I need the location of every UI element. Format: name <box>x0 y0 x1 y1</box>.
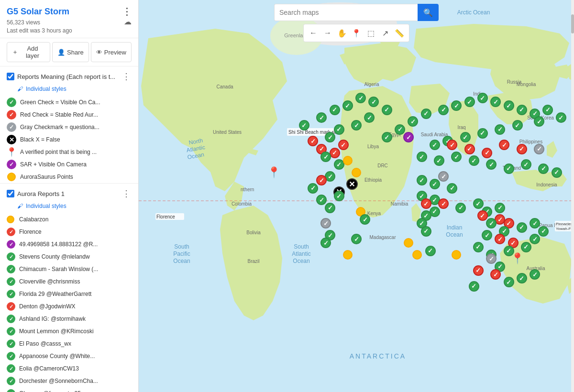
measure-tool-button[interactable]: 📏 <box>393 26 406 40</box>
map-marker[interactable]: ✓ <box>421 226 431 237</box>
map-marker[interactable]: ✓ <box>486 159 497 170</box>
layer2-style[interactable]: 🖌 Individual styles <box>0 202 138 213</box>
map-marker[interactable]: ✓ <box>430 179 440 189</box>
list-item[interactable]: ✓ Florence <box>0 226 138 238</box>
map-marker[interactable]: ✓ <box>517 144 527 154</box>
map-marker[interactable]: ✓ <box>460 132 471 142</box>
map-marker[interactable]: ✓ <box>486 253 497 264</box>
map-marker[interactable]: ✓ <box>495 203 505 213</box>
map-marker[interactable]: ✓ <box>382 105 392 115</box>
map-marker[interactable] <box>412 250 422 260</box>
add-layer-button[interactable]: ＋ Add layer <box>7 42 50 62</box>
map-marker[interactable]: ✓ <box>368 97 379 107</box>
map-marker[interactable]: ✓ <box>530 234 540 244</box>
list-item[interactable]: ✓ Chimacum - Sarah Winslow (... <box>0 263 138 275</box>
map-marker[interactable]: ✓ <box>490 269 501 280</box>
map-marker[interactable]: ✓ <box>469 281 479 292</box>
map-marker[interactable]: ✓ <box>417 152 427 162</box>
map-marker[interactable]: 📍 <box>267 166 280 179</box>
map-marker[interactable]: ✓ <box>316 112 327 123</box>
map-marker[interactable]: ✓ <box>517 105 527 115</box>
map-marker[interactable] <box>452 250 461 260</box>
map-marker[interactable] <box>343 250 353 260</box>
pin-tool-button[interactable]: 📍 <box>350 26 363 40</box>
map-marker[interactable]: ✓ <box>325 203 335 213</box>
map-marker[interactable]: ✓ <box>360 214 370 225</box>
map-marker[interactable]: ✓ <box>325 132 335 142</box>
map-marker[interactable]: ✓ <box>486 218 497 229</box>
map-marker[interactable]: ✓ <box>521 159 531 170</box>
map-marker[interactable]: ✓ <box>320 238 331 248</box>
hand-tool-button[interactable]: ✋ <box>335 26 349 40</box>
map-marker[interactable] <box>343 156 353 165</box>
map-marker[interactable]: ✓ <box>477 93 488 103</box>
map-marker[interactable]: ✓ <box>320 218 331 229</box>
map-marker[interactable]: ✓ <box>495 234 505 244</box>
back-button[interactable]: ← <box>307 26 320 40</box>
map-marker[interactable]: ✓ <box>517 222 527 233</box>
map-marker[interactable]: ✓ <box>425 246 436 256</box>
map-marker[interactable]: ✓ <box>482 230 492 240</box>
map-marker[interactable]: ✓ <box>499 140 509 150</box>
list-item[interactable]: ✓ Ashland IG: @stormihawk <box>0 313 138 325</box>
map-marker[interactable]: ✓ <box>517 273 527 283</box>
map-marker[interactable]: ✓ <box>355 93 366 103</box>
map-marker[interactable]: ✓ <box>351 120 362 131</box>
list-item[interactable]: ✓ Dorchester @SonnebornCha... <box>0 375 138 387</box>
sidebar-menu-icon[interactable]: ⋮ <box>122 6 132 17</box>
map-marker[interactable]: ✓ <box>408 116 418 127</box>
list-item[interactable]: ✓ Denton @JgodwinWX <box>0 300 138 313</box>
map-marker[interactable]: ✓ <box>512 120 523 131</box>
select-tool-button[interactable]: ⬚ <box>364 26 377 40</box>
map-marker[interactable]: ✓ <box>308 183 318 194</box>
map-marker[interactable]: ✓ <box>403 132 414 142</box>
map-marker[interactable]: ✓ <box>451 100 462 111</box>
map-marker[interactable]: ✓ <box>382 132 392 142</box>
map-marker[interactable]: ✓ <box>351 234 362 244</box>
map-marker[interactable]: ✓ <box>434 155 444 166</box>
map-marker[interactable]: ✓ <box>464 97 475 107</box>
map-marker[interactable]: ✓ <box>421 109 431 119</box>
map-marker[interactable]: ✓ <box>320 152 331 162</box>
line-tool-button[interactable]: ↗ <box>378 26 392 40</box>
map-marker[interactable]: ✓ <box>538 163 549 174</box>
preview-button[interactable]: 👁 Preview <box>91 42 132 62</box>
map-marker[interactable]: ✓ <box>504 100 514 111</box>
map-marker[interactable]: ✓ <box>342 100 353 111</box>
map-marker[interactable]: 📍 <box>511 252 524 265</box>
map-marker[interactable]: ✓ <box>364 112 375 123</box>
layer2-menu-icon[interactable]: ⋮ <box>121 188 132 199</box>
layer2-checkbox[interactable] <box>7 190 14 197</box>
map-marker[interactable]: ✓ <box>438 105 449 115</box>
list-item[interactable]: ✓ Glasgow @forecaster25... <box>0 387 138 392</box>
list-item[interactable]: ✓ 49.4969858 14.8883122 @R... <box>0 238 138 250</box>
search-button[interactable]: 🔍 <box>418 4 439 21</box>
list-item[interactable]: ✓ Eolia @CameronCW13 <box>0 362 138 375</box>
map-marker[interactable]: ✓ <box>469 155 479 166</box>
layer1-menu-icon[interactable]: ⋮ <box>121 71 132 82</box>
layer1-checkbox[interactable] <box>7 73 14 80</box>
list-item[interactable]: ✓ El Paso @casss_wx <box>0 338 138 350</box>
map-marker[interactable]: ✓ <box>504 163 514 174</box>
map-marker[interactable] <box>352 168 361 177</box>
share-button[interactable]: 👤 Share <box>52 42 89 62</box>
map-marker[interactable]: ✓ <box>451 152 462 162</box>
map-marker[interactable]: ✕ <box>346 178 358 190</box>
map-marker[interactable]: ✓ <box>447 183 457 194</box>
search-input[interactable] <box>274 4 418 21</box>
map-marker[interactable]: ✓ <box>299 120 309 131</box>
map-marker[interactable]: ✓ <box>338 140 349 150</box>
map-marker[interactable]: ✓ <box>473 265 484 276</box>
map-marker[interactable]: ✓ <box>534 144 544 154</box>
list-item[interactable]: Calabarzon <box>0 213 138 226</box>
list-item[interactable]: ✓ Florida 29 @WeatherGarrett <box>0 288 138 300</box>
map-marker[interactable]: ✓ <box>447 140 457 150</box>
map-marker[interactable]: ✓ <box>490 97 501 107</box>
map-marker[interactable]: ✓ <box>556 112 566 123</box>
map-marker[interactable]: ✓ <box>477 128 488 139</box>
map-marker[interactable]: ✓ <box>334 191 344 201</box>
forward-button[interactable]: → <box>321 26 334 40</box>
map-marker[interactable]: ✓ <box>455 203 466 213</box>
map-marker[interactable] <box>404 238 413 248</box>
list-item[interactable]: ✓ Mount Lemmon @KRimcoski <box>0 325 138 338</box>
